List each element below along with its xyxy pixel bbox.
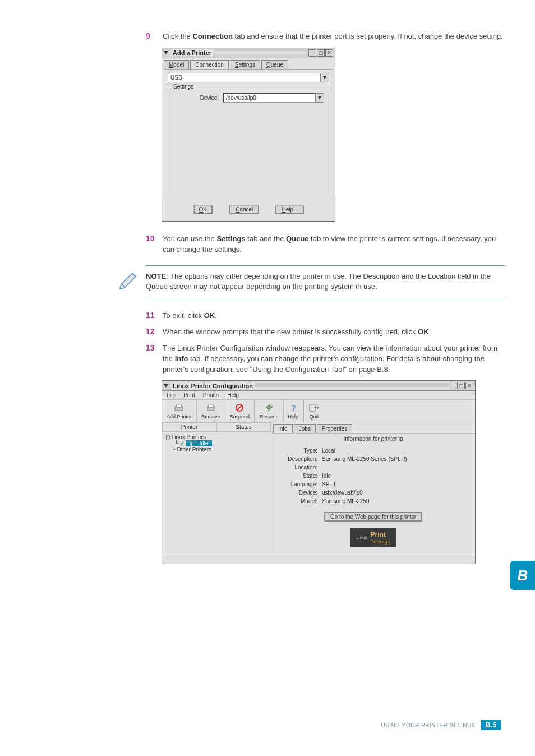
chevron-down-icon[interactable] <box>315 93 324 103</box>
step-11: 11 To exit, click OK. <box>146 311 505 321</box>
lbl: Resume <box>260 414 279 420</box>
left-tab-status[interactable]: Status <box>216 422 271 432</box>
window-title: Linux Printer Configuration <box>170 382 255 389</box>
val-lang: SPL II <box>322 481 337 487</box>
connection-type-select[interactable]: USB <box>168 73 329 82</box>
b: Info <box>175 354 188 363</box>
quit-button[interactable]: Quit <box>304 400 324 422</box>
t: . <box>215 311 217 320</box>
menu-printer[interactable]: Printer <box>203 392 219 398</box>
step-13: 13 The Linux Printer Configuration windo… <box>146 343 505 375</box>
menubar: File Print Printer Help <box>162 391 475 400</box>
info-header: Information for printer lp <box>271 434 475 444</box>
page-number: B.5 <box>481 720 501 730</box>
tree-selected: lp Idle <box>186 440 212 446</box>
maximize-button[interactable]: ▢ <box>317 49 325 57</box>
close-button[interactable]: ✕ <box>465 382 473 389</box>
logo-row: Linux PrintPackage <box>271 525 475 555</box>
resume-button[interactable]: Resume <box>255 400 284 422</box>
footer-text: Using Your Printer in Linux <box>381 722 475 729</box>
web-page-button[interactable]: Go to the Web page for this printer <box>324 512 422 522</box>
t: Other Printers <box>177 446 211 453</box>
b: OK <box>204 311 215 320</box>
printer-tree: ⊟ Linux Printers └ ✔ lp Idle └ Other Pri… <box>162 432 271 460</box>
step-9: 9 Click the Connection tab and ensure th… <box>146 31 505 42</box>
titlebar: Linux Printer Configuration — ▢ ✕ <box>162 381 475 391</box>
suspend-button[interactable]: Suspend <box>225 400 256 422</box>
note-text: NOTE: The options may differ depending o… <box>146 265 505 300</box>
val-model: Samsung ML-2250 <box>322 498 370 504</box>
step-10: 10 You can use the Settings tab and the … <box>146 234 505 255</box>
printer-add-icon <box>167 402 192 413</box>
settings-fieldset: Settings Device: /dev/usb/lp0 <box>168 87 329 193</box>
step-number: 10 <box>146 234 163 255</box>
step-number: 9 <box>146 31 163 42</box>
minimize-button[interactable]: — <box>308 49 316 57</box>
add-printer-button[interactable]: Add Printer <box>162 400 197 422</box>
window-menu-icon[interactable] <box>164 51 168 54</box>
tab-info[interactable]: Info <box>273 424 293 433</box>
add-printer-dialog: Add a Printer — ▢ ✕ Model Connection Set… <box>162 48 335 222</box>
tab-connection[interactable]: Connection <box>190 60 229 69</box>
cancel-button[interactable]: Cancel <box>229 205 259 214</box>
resume-icon <box>260 402 279 413</box>
device-select[interactable]: /dev/usb/lp0 <box>223 93 324 103</box>
tab-properties[interactable]: Properties <box>317 424 353 433</box>
side-tab-b: B <box>510 561 535 590</box>
lbl: Remove <box>201 414 220 420</box>
step-text: To exit, click OK. <box>163 311 505 321</box>
logo-big: Print <box>371 531 386 538</box>
b: Settings <box>216 234 245 243</box>
tree-other[interactable]: └ Other Printers <box>165 446 268 453</box>
titlebar: Add a Printer — ▢ ✕ <box>162 48 335 58</box>
info-grid: Type:Local Description:Samsung ML-2250 S… <box>271 444 475 510</box>
u: H <box>282 206 285 213</box>
menu-file[interactable]: File <box>167 392 176 398</box>
device-value: /dev/usb/lp0 <box>223 93 315 103</box>
tab-settings[interactable]: Settings <box>230 60 260 69</box>
b: Queue <box>286 234 308 243</box>
t: tab. If necessary, you can change the pr… <box>163 354 485 374</box>
remove-button[interactable]: Remove <box>197 400 225 422</box>
note-block: NOTE: The options may differ depending o… <box>114 265 505 300</box>
txt: ettings <box>239 62 255 68</box>
menu-print[interactable]: Print <box>183 392 195 398</box>
linux-print-package-logo: Linux PrintPackage <box>350 528 395 547</box>
lbl: Suspend <box>230 414 250 420</box>
left-tab-printer[interactable]: Printer <box>162 422 216 432</box>
t: ancel <box>239 206 253 213</box>
note-icon <box>114 265 146 292</box>
t: When the window prompts that the new pri… <box>163 328 418 336</box>
device-label: Device: <box>173 95 223 101</box>
lbl-state: State: <box>277 473 322 479</box>
t: To exit, click <box>163 311 204 320</box>
lbl: Add Printer <box>167 414 192 420</box>
help-button[interactable]: Help... <box>275 205 304 214</box>
tab-model[interactable]: Model <box>164 60 189 69</box>
lbl-dev: Device: <box>277 490 322 496</box>
step-text: You can use the Settings tab and the Que… <box>163 234 505 255</box>
step-number: 13 <box>146 343 163 375</box>
tab-queue[interactable]: Queue <box>261 60 288 69</box>
logo-small: Linux <box>356 535 367 540</box>
toolbar-help-button[interactable]: ? Help <box>284 400 305 422</box>
ok-button[interactable]: OK <box>193 205 213 214</box>
minimize-button[interactable]: — <box>449 382 456 389</box>
tab-jobs[interactable]: Jobs <box>294 424 316 433</box>
chevron-down-icon[interactable] <box>320 73 329 82</box>
window-menu-icon[interactable] <box>164 384 168 388</box>
svg-rect-3 <box>209 404 213 407</box>
tree-root[interactable]: ⊟ Linux Printers <box>165 434 268 440</box>
lbl-loc: Location: <box>277 464 322 471</box>
tree-item-lp[interactable]: └ ✔ lp Idle <box>174 440 268 446</box>
step-12: 12 When the window prompts that the new … <box>146 327 505 338</box>
printer-status: Idle <box>199 440 208 446</box>
maximize-button[interactable]: ▢ <box>457 382 465 389</box>
menu-help[interactable]: Help <box>227 392 239 398</box>
step-text: The Linux Printer Configuration window r… <box>163 343 505 375</box>
t: You can use the <box>163 234 216 243</box>
u: Q <box>266 62 271 68</box>
val-state: Idle <box>322 473 331 479</box>
close-button[interactable]: ✕ <box>325 49 333 57</box>
lpc-dialog: Linux Printer Configuration — ▢ ✕ File P… <box>162 380 476 564</box>
